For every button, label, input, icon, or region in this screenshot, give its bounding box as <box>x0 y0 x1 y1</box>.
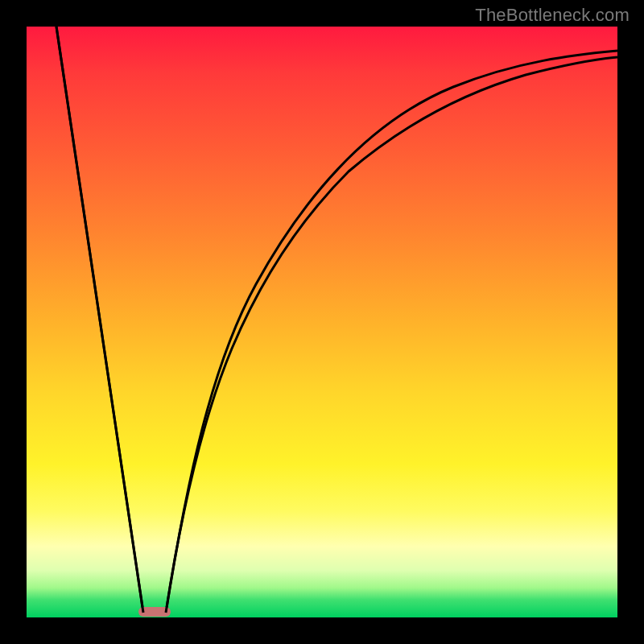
watermark-text: TheBottleneck.com <box>475 5 630 26</box>
chart-frame: TheBottleneck.com <box>0 0 644 644</box>
bottleneck-curve-refined <box>27 27 617 617</box>
plot-area <box>27 27 617 617</box>
curve-left <box>56 27 143 613</box>
curve-right <box>166 57 617 613</box>
